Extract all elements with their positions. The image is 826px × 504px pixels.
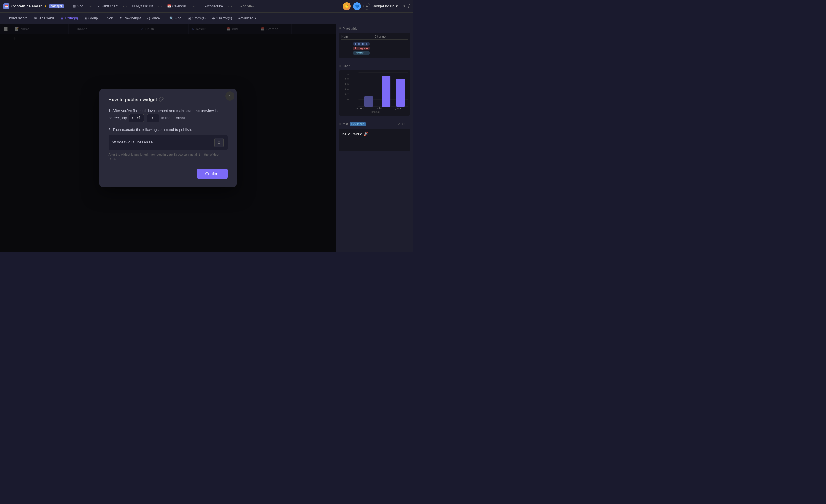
nav-item-gantt[interactable]: ≡ Gantt chart [96, 3, 120, 9]
advanced-button[interactable]: Advanced ▾ [235, 15, 259, 21]
test-widget-content: hello , world 🚀 [339, 129, 410, 151]
nav-item-mytask[interactable]: ☑ My task list [130, 3, 155, 9]
advanced-label: Advanced [238, 16, 253, 20]
find-label: Find [175, 16, 181, 20]
toolbar-separator [165, 15, 165, 21]
insert-record-button[interactable]: + Insert record [2, 15, 30, 21]
widget-board-button[interactable]: Widget board ▾ [372, 4, 398, 8]
pivot-row-num: 1 [341, 42, 353, 46]
step1-text2: in the terminal [162, 116, 185, 120]
tag-twitter: Twitter [353, 51, 370, 55]
share-button[interactable]: ◁ Share [144, 15, 163, 21]
pen-icon: / [408, 4, 410, 9]
grid-dots[interactable]: ⋯ [88, 4, 93, 9]
mirrors-button[interactable]: ⊕ 1 mirror(s) [209, 15, 235, 21]
pivot-table-row: 1 Facebook Instagram Twitter [341, 41, 408, 56]
share-icon: ◁ [147, 16, 150, 20]
mytask-icon: ☑ [132, 4, 135, 8]
group-icon: ⊞ [84, 16, 87, 20]
widget-board-chevron-icon: ▾ [396, 4, 398, 8]
forms-label: 1 form(s) [192, 16, 206, 20]
forms-button[interactable]: ▣ 1 form(s) [185, 15, 209, 21]
help-icon[interactable]: ? [159, 97, 164, 102]
group-button[interactable]: ⊞ Group [81, 15, 101, 21]
pivot-table-header: Num Channel [341, 35, 408, 40]
confirm-button[interactable]: Confirm [197, 169, 227, 179]
chart-title-bar: ⠿ Chart [339, 64, 410, 68]
command-text: widget-cli release [113, 139, 212, 145]
bar-aurora [364, 96, 373, 107]
add-member-button[interactable]: + [363, 3, 370, 10]
dev-mode-badge: Dev mode [350, 122, 366, 126]
more-test-widget-button[interactable]: ⋯ [406, 122, 410, 126]
modal-expand-button[interactable]: ⤡ [225, 91, 234, 101]
avatar-user2: 💙 [353, 2, 361, 10]
gantt-icon: ≡ [98, 5, 100, 8]
command-box: widget-cli release ⧉ [109, 135, 228, 150]
chart-x-labels: Aurora Niko ycmai [341, 107, 408, 110]
mirrors-icon: ⊕ [212, 16, 215, 20]
sort-button[interactable]: ↕ Sort [101, 15, 116, 21]
grid-icon: ▦ [73, 4, 76, 8]
pivot-table-section: ⠿ Pivot table Num Channel 1 Facebook Ins… [336, 24, 413, 61]
chart-widget: 1 0.8 0.6 0.4 0.2 0 [339, 70, 410, 116]
pivot-col-channel: Channel [375, 35, 408, 38]
mirrors-label: 1 mirror(s) [216, 16, 232, 20]
modal-step2: 2. Then execute the following command to… [109, 127, 228, 162]
add-view-button[interactable]: + Add view [235, 3, 257, 9]
expand-test-widget-button[interactable]: ⤢ [397, 122, 400, 126]
row-height-button[interactable]: ⇕ Row height [117, 15, 143, 21]
avatar-user1: 🙂 [343, 2, 351, 10]
close-button[interactable]: ✕ [402, 3, 406, 9]
architecture-dots[interactable]: ⋯ [228, 4, 233, 9]
app-title: Content calendar [11, 4, 42, 8]
chart-drag-handle[interactable]: ⠿ [339, 65, 341, 68]
test-title: test [343, 122, 348, 126]
nav-label-mytask: My task list [136, 4, 153, 8]
sort-icon: ↕ [104, 16, 106, 20]
x-label-niko: Niko [377, 107, 382, 110]
test-widget-section: ⠿ test Dev mode ⤢ ↻ ⋯ hello , world 🚀 [336, 119, 413, 252]
pivot-table-title-bar: ⠿ Pivot table [339, 27, 410, 30]
share-label: Share [151, 16, 160, 20]
manager-badge: Manager [49, 4, 64, 8]
copy-command-button[interactable]: ⧉ [214, 138, 224, 147]
star-icon[interactable]: ★ [44, 4, 47, 8]
x-label-aurora: Aurora [356, 107, 364, 110]
top-bar-right: 🙂 💙 + Widget board ▾ ✕ / [343, 2, 410, 10]
forms-icon: ▣ [188, 16, 191, 20]
nav-item-calendar[interactable]: 📅 Calendar [165, 3, 189, 9]
chart-axis-label: Principal [341, 111, 408, 113]
c-key: C [147, 114, 160, 122]
find-icon: 🔍 [170, 16, 174, 20]
find-button[interactable]: 🔍 Find [167, 15, 184, 21]
pivot-drag-handle[interactable]: ⠿ [339, 27, 341, 30]
test-drag-handle[interactable]: ⠿ [339, 123, 341, 126]
calendar-dots[interactable]: ⋯ [191, 4, 196, 9]
publish-widget-modal: ⤡ How to publish widget ? 1. After you'v… [100, 89, 237, 187]
chart-svg [341, 72, 408, 107]
group-label: Group [88, 16, 98, 20]
row-height-label: Row height [123, 16, 140, 20]
insert-record-icon: + [5, 16, 7, 20]
hide-fields-label: Hide fields [38, 16, 54, 20]
hide-fields-button[interactable]: 👁 Hide fields [31, 15, 57, 21]
pivot-col-num: Num [341, 35, 375, 38]
nav-item-grid[interactable]: ▦ Grid [71, 3, 86, 9]
y-label-1: 1 [341, 72, 349, 75]
modal-overlay: ⤡ How to publish widget ? 1. After you'v… [0, 24, 336, 252]
nav-item-architecture[interactable]: ⬡ Architecture [198, 3, 225, 9]
row-height-icon: ⇕ [119, 16, 122, 20]
mytask-dots[interactable]: ⋯ [158, 4, 163, 9]
refresh-test-widget-button[interactable]: ↻ [402, 122, 405, 126]
pivot-table-title: Pivot table [343, 27, 357, 30]
table-area: 📝 Name ≡ Channel ✓ Finish fx Result 📅 da… [0, 24, 336, 252]
test-widget-header: ⠿ test Dev mode ⤢ ↻ ⋯ [339, 122, 410, 126]
chart-title: Chart [343, 64, 350, 68]
y-label-04: 0.4 [341, 88, 349, 90]
chart-section: ⠿ Chart 1 0.8 0.6 0.4 0.2 0 [336, 61, 413, 119]
gantt-dots[interactable]: ⋯ [122, 4, 127, 9]
nav-label-grid: Grid [77, 4, 83, 8]
filter-button[interactable]: ⊟ 1 filter(s) [58, 15, 81, 21]
main-layout: 📝 Name ≡ Channel ✓ Finish fx Result 📅 da… [0, 24, 413, 252]
